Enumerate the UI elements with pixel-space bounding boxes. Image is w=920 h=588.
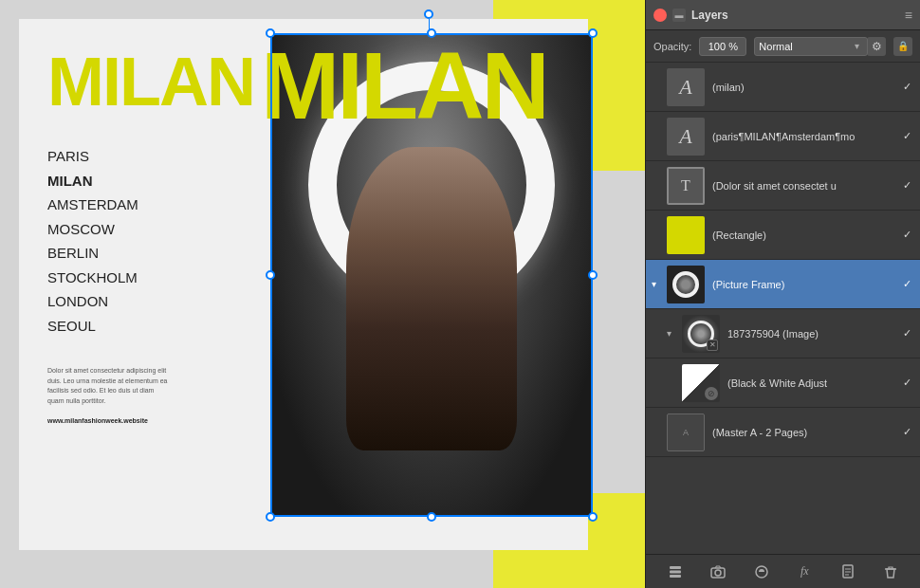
layer-visibility-5[interactable]: ✓ [899, 277, 914, 291]
layer-thumb-8: A [667, 413, 705, 451]
handle-tm[interactable] [427, 28, 436, 38]
layer-item-image[interactable]: ▾ ✕ 187375904 (Image) ✓ [646, 309, 920, 358]
layer-item-paris[interactable]: A (paris¶MILAN¶Amsterdam¶mo ✓ [646, 112, 920, 161]
city-milan: MILAN [47, 169, 251, 193]
layer-settings-button[interactable]: ⚙ [867, 37, 886, 56]
left-column: MILAN PARIS MILAN AMSTERDAM MOSCOW BERLI… [19, 19, 270, 550]
panel-header: ▬ Layers ≡ [646, 0, 920, 30]
panel-menu-button[interactable]: ≡ [905, 8, 912, 23]
layer-item-rectangle[interactable]: (Rectangle) ✓ [646, 211, 920, 260]
layer-item-dolor[interactable]: T (Dolor sit amet consectet u ✓ [646, 161, 920, 211]
city-seoul: SEOUL [47, 314, 251, 339]
design-area: MILAN PARIS MILAN AMSTERDAM MOSCOW BERLI… [19, 19, 588, 550]
layer-item-frame[interactable]: ▾ (Picture Frame) ✓ [646, 260, 920, 309]
blend-mode-container: Normal Multiply Screen Overlay ▾ [754, 37, 859, 56]
layer-visibility-3[interactable]: ✓ [899, 179, 914, 192]
layer-name-3: (Dolor sit amet consectet u [712, 180, 899, 192]
handle-bm[interactable] [427, 512, 436, 522]
canvas-area: MILAN PARIS MILAN AMSTERDAM MOSCOW BERLI… [0, 0, 645, 588]
layer-thumb-4 [667, 216, 705, 254]
layer-name-4: (Rectangle) [712, 230, 899, 241]
layer-item-milan[interactable]: A (milan) ✓ [646, 63, 920, 112]
city-list: PARIS MILAN AMSTERDAM MOSCOW BERLIN STOC… [47, 144, 251, 338]
circle-footer-icon[interactable] [750, 560, 773, 583]
svg-rect-0 [670, 566, 681, 569]
layer-expand-6[interactable]: ▾ [667, 328, 682, 339]
collapse-icon: ▬ [675, 10, 684, 20]
layer-name-7: (Black & White Adjust [727, 377, 899, 389]
layer-name-8: (Master A - 2 Pages) [712, 427, 899, 438]
body-text: Dolor sit amet consectetur adipiscing el… [47, 366, 171, 406]
layer-item-bw[interactable]: ⊘ (Black & White Adjust ✓ [646, 358, 920, 408]
layer-expand-5[interactable]: ▾ [652, 279, 667, 289]
svg-rect-2 [670, 575, 681, 578]
handle-top-anchor[interactable] [424, 9, 433, 19]
svg-rect-1 [670, 570, 681, 573]
handle-ml[interactable] [266, 270, 275, 280]
camera-footer-icon[interactable] [707, 560, 729, 583]
panel-close-button[interactable] [653, 9, 667, 22]
panel-footer: fx [646, 554, 920, 588]
layer-thumb-1: A [667, 68, 705, 106]
layer-visibility-4[interactable]: ✓ [899, 229, 914, 241]
svg-point-4 [715, 570, 721, 576]
layer-item-master[interactable]: A (Master A - 2 Pages) ✓ [646, 408, 920, 457]
handle-bl[interactable] [266, 512, 275, 522]
layer-visibility-1[interactable]: ✓ [899, 81, 914, 93]
page-footer-icon[interactable] [837, 560, 859, 583]
panel-title: Layers [691, 9, 899, 22]
website-link: www.milanfashionweek.website [47, 417, 251, 424]
layer-name-1: (milan) [712, 82, 899, 93]
fx-label: fx [800, 564, 809, 579]
city-london: LONDON [47, 289, 251, 314]
city-amsterdam: AMSTERDAM [47, 193, 251, 217]
city-stockholm: STOCKHOLM [47, 266, 251, 290]
handle-br[interactable] [588, 512, 598, 522]
milan-overlay-text: MILAN [261, 38, 547, 133]
layers-footer-icon[interactable] [664, 560, 687, 583]
model-silhouette [346, 147, 517, 450]
milan-title: MILAN [47, 47, 251, 116]
layer-visibility-8[interactable]: ✓ [899, 426, 914, 438]
panel-collapse-button[interactable]: ▬ [672, 9, 686, 22]
handle-tr[interactable] [588, 28, 598, 38]
layer-name-5: (Picture Frame) [712, 279, 899, 290]
layer-thumb-7: ⊘ [682, 364, 720, 402]
gear-icon: ⚙ [872, 40, 882, 53]
layer-name-2: (paris¶MILAN¶Amsterdam¶mo [712, 131, 899, 142]
opacity-label: Opacity: [653, 41, 691, 52]
trash-footer-icon[interactable] [879, 560, 902, 583]
fx-footer-icon[interactable]: fx [793, 560, 816, 583]
opacity-row: Opacity: Normal Multiply Screen Overlay … [646, 30, 920, 63]
city-paris: PARIS [47, 144, 251, 169]
layer-name-6: 187375904 (Image) [727, 328, 899, 340]
layers-list: A (milan) ✓ A (paris¶MILAN¶Amsterdam¶mo … [646, 63, 920, 554]
layer-lock-button[interactable]: 🔒 [893, 37, 912, 56]
layers-panel: ▬ Layers ≡ Opacity: Normal Multiply Scre… [645, 0, 920, 588]
layer-thumb-3: T [667, 167, 705, 205]
layer-visibility-6[interactable]: ✓ [899, 327, 914, 340]
city-moscow: MOSCOW [47, 217, 251, 242]
layer-thumb-6: ✕ [682, 315, 720, 353]
frame-thumb-inner [672, 271, 699, 298]
layer-thumb-2: A [667, 118, 705, 156]
city-berlin: BERLIN [47, 241, 251, 266]
layer-thumb-5 [667, 266, 705, 303]
layer-visibility-2[interactable]: ✓ [899, 130, 914, 142]
handle-tl[interactable] [266, 28, 275, 38]
lock-icon: 🔒 [897, 41, 909, 51]
blend-mode-select[interactable]: Normal Multiply Screen Overlay [754, 37, 868, 56]
right-column: MILAN [270, 19, 588, 550]
handle-mr[interactable] [588, 270, 598, 280]
layer-visibility-7[interactable]: ✓ [899, 377, 914, 389]
opacity-input[interactable] [699, 37, 746, 56]
